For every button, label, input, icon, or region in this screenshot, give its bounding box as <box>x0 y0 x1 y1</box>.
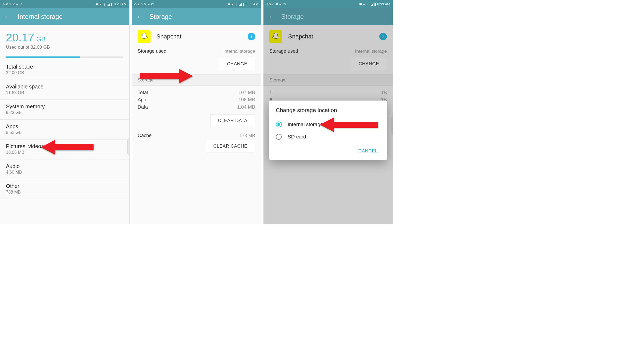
status-bar: ⌾ ♥ ▢ ✕ ☁ 🗂 ✱ ∎ ⋮ ◢ ▮8:33 AM <box>132 0 261 8</box>
cache-row: Cache 173 MB <box>132 131 261 140</box>
status-left-icons: ⌾ ♥ ▢ ✕ ☁ 🗂 <box>134 2 154 6</box>
cancel-button[interactable]: CANCEL <box>356 145 380 157</box>
back-icon: ← <box>268 13 275 20</box>
app-name: Snapchat <box>156 33 242 40</box>
used-subtext: Used out of 32.00 GB <box>6 45 123 50</box>
row-value: 32.00 GB <box>6 70 123 75</box>
scroll-indicator[interactable] <box>127 138 129 155</box>
page-title: Internal storage <box>18 13 63 20</box>
section-storage: Storage <box>132 74 261 86</box>
row-value: 8.52 GB <box>6 130 123 135</box>
storage-used-value: Internal storage <box>223 49 255 54</box>
row-label: Available space <box>6 84 123 90</box>
row-label: Other <box>6 183 123 189</box>
clear-cache-button[interactable]: CLEAR CACHE <box>206 140 255 152</box>
cache-value: 173 MB <box>239 133 255 138</box>
status-left-icons: ⌾ ♥ ▢ ✕ ☁ 🗂 <box>266 2 286 6</box>
app-bar: ← Storage <box>263 8 393 25</box>
page-title: Storage <box>281 13 304 20</box>
row-value: 9.23 GB <box>6 110 123 115</box>
status-time: 8:33 AM <box>377 2 390 6</box>
row-total-space[interactable]: Total space32.00 GB <box>0 60 129 80</box>
snapchat-icon <box>138 30 151 43</box>
screen-app-storage: ⌾ ♥ ▢ ✕ ☁ 🗂 ✱ ∎ ⋮ ◢ ▮8:33 AM ← Storage S… <box>132 0 261 224</box>
dialog-title: Change storage location <box>276 107 380 113</box>
page-title: Storage <box>149 13 172 20</box>
status-left-icons: ⌾ ♥ ▢ ✕ ☁ 🗂 <box>3 2 23 6</box>
row-pictures-videos[interactable]: Pictures, videos18.05 MB <box>0 140 129 159</box>
used-value: 20.17 <box>6 31 34 44</box>
info-icon[interactable]: i <box>248 33 255 40</box>
row-system-memory[interactable]: System memory9.23 GB <box>0 100 129 120</box>
back-icon[interactable]: ← <box>5 13 11 20</box>
back-icon[interactable]: ← <box>137 13 143 20</box>
row-value: 18.05 MB <box>6 150 123 155</box>
row-label: Total space <box>6 64 123 70</box>
total-label: Total <box>138 90 148 95</box>
storage-used-label: Storage used <box>138 48 166 54</box>
cache-label: Cache <box>138 133 152 138</box>
status-right-icons: ✱ ∎ ⋮ ◢ ▮ <box>96 2 113 6</box>
storage-used-row: Storage used Internal storage <box>132 46 261 58</box>
data-label: Data <box>138 104 148 110</box>
row-other[interactable]: Other788 MB <box>0 179 129 199</box>
usage-progress-bar <box>6 56 80 58</box>
radio-icon <box>276 122 282 127</box>
row-audio[interactable]: Audio4.60 MB <box>0 159 129 179</box>
usage-progress <box>6 56 123 58</box>
storage-details: Total107 MB App106 MB Data1.04 MB <box>132 86 261 115</box>
change-button[interactable]: CHANGE <box>219 58 255 70</box>
app-header: Snapchat i <box>132 25 261 46</box>
status-time: 8:28 AM <box>114 2 127 6</box>
row-value: 11.83 GB <box>6 90 123 95</box>
screen-internal-storage: ⌾ ♥ ▢ ✕ ☁ 🗂 ✱ ∎ ⋮ ◢ ▮8:28 AM ← Internal … <box>0 0 130 224</box>
option-label: SD card <box>288 134 306 140</box>
content: Snapchat i Storage used Internal storage… <box>263 25 393 224</box>
row-label: Audio <box>6 163 123 169</box>
status-time: 8:33 AM <box>245 2 258 6</box>
row-available-space[interactable]: Available space11.83 GB <box>0 80 129 100</box>
row-label: System memory <box>6 104 123 110</box>
row-apps[interactable]: Apps8.52 GB <box>0 120 129 140</box>
status-right-icons: ✱ ∎ ⋮ ◢ ▮ <box>227 2 244 6</box>
data-value: 1.04 MB <box>237 104 255 110</box>
app-value: 106 MB <box>238 97 255 103</box>
change-storage-dialog: Change storage location Internal storage… <box>269 101 387 160</box>
screen-change-dialog: ⌾ ♥ ▢ ✕ ☁ 🗂 ✱ ∎ ⋮ ◢ ▮8:33 AM ← Storage S… <box>263 0 393 224</box>
app-bar: ← Storage <box>132 8 261 25</box>
app-bar: ← Internal storage <box>0 8 129 25</box>
total-value: 107 MB <box>238 90 255 95</box>
row-value: 4.60 MB <box>6 170 123 175</box>
option-internal-storage[interactable]: Internal storage <box>276 118 380 131</box>
row-label: Apps <box>6 123 123 130</box>
status-bar: ⌾ ♥ ▢ ✕ ☁ 🗂 ✱ ∎ ⋮ ◢ ▮8:28 AM <box>0 0 129 8</box>
content: 20.17 GB Used out of 32.00 GB Total spac… <box>0 25 129 224</box>
row-label: Pictures, videos <box>6 143 123 149</box>
clear-data-button[interactable]: CLEAR DATA <box>210 115 255 127</box>
content: Snapchat i Storage used Internal storage… <box>132 25 261 224</box>
used-summary: 20.17 GB Used out of 32.00 GB <box>0 25 129 52</box>
option-sd-card[interactable]: SD card <box>276 131 380 143</box>
status-right-icons: ✱ ∎ ⋮ ◢ ▮ <box>359 2 376 6</box>
row-value: 788 MB <box>6 190 123 195</box>
option-label: Internal storage <box>288 122 323 127</box>
radio-icon <box>276 134 282 140</box>
status-bar: ⌾ ♥ ▢ ✕ ☁ 🗂 ✱ ∎ ⋮ ◢ ▮8:33 AM <box>263 0 393 8</box>
app-label: App <box>138 97 146 103</box>
used-unit: GB <box>36 35 46 43</box>
